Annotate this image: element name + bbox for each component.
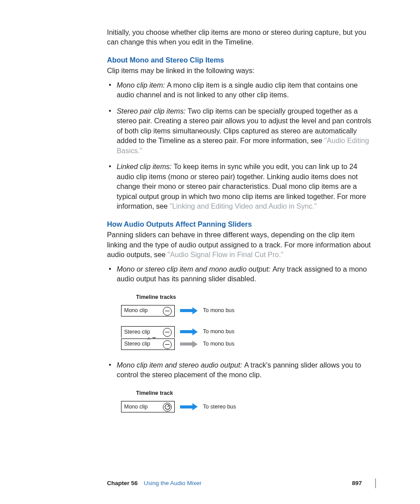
page-footer: Chapter 56 Using the Audio Mixer 897 [107, 478, 376, 482]
section-heading-mono-stereo: About Mono and Stereo Clip Items [107, 55, 376, 65]
section-heading-panning: How Audio Outputs Affect Panning Sliders [107, 219, 376, 229]
arrow-icon [180, 307, 198, 314]
term: Mono clip item and stereo audio output: [117, 361, 244, 369]
section2-bullets: Mono or stereo clip item and mono audio … [107, 264, 376, 413]
section1-lead: Clip items may be linked in the followin… [107, 66, 376, 75]
bullet-linked-clip: Linked clip items: To keep items in sync… [107, 162, 376, 211]
bullet-stereo-output: Mono clip item and stereo audio output: … [107, 360, 376, 413]
panning-slider-icon [163, 328, 172, 337]
link-linking-editing[interactable]: "Linking and Editing Video and Audio in … [169, 202, 317, 210]
chapter-name: Using the Audio Mixer [144, 480, 202, 482]
term: Linked clip items: [117, 162, 173, 170]
cell-label: Stereo clip [122, 340, 159, 348]
diagram1-title: Timeline tracks [136, 294, 376, 301]
term: Mono clip item: [117, 81, 167, 89]
pan-slider-icon [163, 403, 172, 412]
term: Stereo pair clip items: [117, 107, 188, 115]
arrow-icon [180, 328, 198, 335]
bullet-mono-clip: Mono clip item: A mono clip item is a si… [107, 80, 376, 100]
dest-label: To mono bus [203, 328, 235, 335]
diagram-row: Mono clip To mono bus [121, 305, 376, 317]
mono-clip-cell: Mono clip [121, 305, 175, 316]
cell-label: Mono clip [122, 403, 159, 411]
link-audio-signal-flow[interactable]: "Audio Signal Flow in Final Cut Pro." [168, 250, 284, 258]
chapter-label: Chapter 56 [107, 480, 138, 482]
svg-line-1 [167, 405, 169, 407]
diagram-row: Stereo clip To mono bus [121, 338, 376, 350]
intro-paragraph: Initially, you choose whether clip items… [107, 27, 376, 47]
arrow-icon [180, 403, 198, 410]
dest-label: To mono bus [203, 307, 235, 314]
diagram-timeline-tracks: Timeline tracks Mono clip To mono bus [121, 294, 376, 350]
cell-label: Mono clip [122, 307, 159, 314]
dest-label: To mono bus [203, 340, 235, 348]
bullet-mono-output: Mono or stereo clip item and mono audio … [107, 264, 376, 350]
diagram2-title: Timeline track [136, 390, 376, 397]
section1-bullets: Mono clip item: A mono clip item is a si… [107, 80, 376, 211]
bullet-stereo-pair: Stereo pair clip items: Two clip items c… [107, 106, 376, 155]
panning-slider-icon [163, 340, 172, 349]
stereo-link-icon [147, 337, 156, 339]
diagram-timeline-track: Timeline track Mono clip To stereo bus [121, 390, 376, 413]
section2-lead: Panning sliders can behave in three diff… [107, 230, 376, 259]
stereo-clip-cell: Stereo clip [121, 326, 175, 338]
diagram-row: Stereo clip To mono bus [121, 326, 376, 338]
diagram-row: Mono clip To stereo bus [121, 401, 376, 413]
dest-label: To stereo bus [203, 403, 236, 411]
page-number: 897 [352, 479, 362, 482]
mono-clip-cell: Mono clip [121, 401, 175, 412]
term: Mono or stereo clip item and mono audio … [117, 265, 273, 273]
arrow-icon [180, 341, 198, 348]
panning-slider-icon [163, 307, 172, 316]
cell-label: Stereo clip [122, 328, 159, 336]
stereo-clip-cell: Stereo clip [121, 338, 175, 350]
